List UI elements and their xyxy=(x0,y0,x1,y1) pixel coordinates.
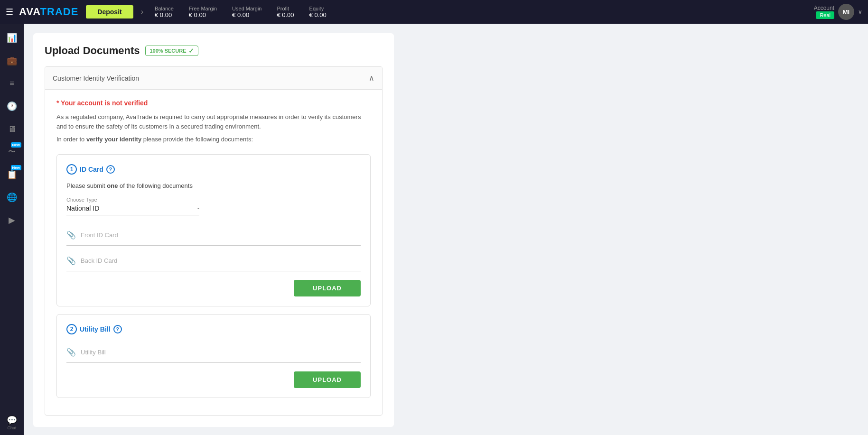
news-new-badge: New xyxy=(11,165,21,170)
screen-icon: 🖥 xyxy=(8,124,16,134)
video-icon: ▶ xyxy=(9,215,15,225)
back-id-attach-icon: 📎 xyxy=(66,256,76,265)
upload-panel-header: Upload Documents 100% SECURE ✓ xyxy=(45,45,383,57)
id-card-section: 1 ID Card ? Please submit one of the fol… xyxy=(56,154,371,306)
list-icon: ≡ xyxy=(9,79,14,88)
id-card-help-icon[interactable]: ? xyxy=(106,165,115,174)
sidebar-item-chart[interactable]: 📊 xyxy=(1,28,22,48)
stat-free-margin-label: Free Margin xyxy=(189,6,217,11)
sidebar-item-video[interactable]: ▶ xyxy=(1,210,22,231)
sidebar-item-globe[interactable]: 🌐 xyxy=(1,187,22,208)
stat-free-margin: Free Margin € 0.00 xyxy=(189,6,217,19)
secure-badge: 100% SECURE ✓ xyxy=(145,46,198,56)
menu-icon[interactable]: ☰ xyxy=(6,7,13,17)
utility-bill-section: 2 Utility Bill ? 📎 Utility Bill UPLOAD xyxy=(56,314,371,398)
signal-icon: 〜 xyxy=(8,147,16,157)
utility-bill-number: 2 xyxy=(66,324,77,334)
choose-type-arrow-icon: - xyxy=(197,205,199,212)
instruction-suffix: please provide the following documents: xyxy=(141,136,253,143)
account-label: Account xyxy=(814,5,834,11)
stat-free-margin-value: € 0.00 xyxy=(189,11,206,19)
stat-profit: Profit € 0.00 xyxy=(277,6,294,19)
globe-icon: 🌐 xyxy=(7,192,17,203)
not-verified-prefix: * Your account is xyxy=(56,99,112,107)
not-verified-status: not verified xyxy=(112,99,148,107)
sidebar-item-portfolio[interactable]: 💼 xyxy=(1,50,22,71)
header-chevron-icon[interactable]: › xyxy=(141,8,143,16)
news-icon: 📋 xyxy=(7,169,17,180)
front-id-attach-icon: 📎 xyxy=(66,231,76,240)
stat-equity: Equity € 0.00 xyxy=(309,6,327,19)
sidebar-item-screen[interactable]: 🖥 xyxy=(1,119,22,139)
back-id-placeholder: Back ID Card xyxy=(81,257,117,264)
verification-section-header[interactable]: Customer Identity Verification ∧ xyxy=(45,67,382,90)
stat-balance-label: Balance xyxy=(155,6,174,11)
choose-type-value: National ID xyxy=(66,204,197,212)
verification-body: * Your account is not verified As a regu… xyxy=(45,90,382,415)
stat-balance: Balance € 0.00 xyxy=(155,6,174,19)
avatar[interactable]: MI xyxy=(838,4,854,20)
stat-equity-value: € 0.00 xyxy=(309,11,327,19)
utility-bill-placeholder: Utility Bill xyxy=(81,349,106,356)
submit-text-suffix: of the following documents xyxy=(118,182,193,189)
main-layout: 📊 💼 ≡ 🕐 🖥 〜 New 📋 New 🌐 ▶ 💬 xyxy=(0,24,868,435)
chart-icon: 📊 xyxy=(7,33,17,43)
secure-badge-text: 100% SECURE xyxy=(149,48,186,54)
verification-section-title: Customer Identity Verification xyxy=(53,74,139,82)
portfolio-icon: 💼 xyxy=(7,56,17,66)
chat-icon: 💬 xyxy=(7,415,17,426)
stat-profit-label: Profit xyxy=(277,6,289,11)
utility-bill-upload-button[interactable]: UPLOAD xyxy=(294,371,361,388)
sidebar-item-news[interactable]: 📋 New xyxy=(1,164,22,185)
logo-ava: AVA xyxy=(19,6,40,18)
account-chevron-icon[interactable]: ∨ xyxy=(858,9,862,15)
instruction-bold: verify your identity xyxy=(86,136,141,143)
stat-balance-value: € 0.00 xyxy=(155,11,172,19)
utility-bill-help-icon[interactable]: ? xyxy=(113,325,122,333)
account-type-badge: Real xyxy=(816,11,834,19)
stat-used-margin: Used Margin € 0.00 xyxy=(232,6,261,19)
chat-label: Chat xyxy=(7,426,16,430)
utility-bill-upload[interactable]: 📎 Utility Bill xyxy=(66,342,361,363)
verification-collapse-icon: ∧ xyxy=(369,74,374,83)
header: ☰ AVATRADE Deposit › Balance € 0.00 Free… xyxy=(0,0,868,24)
stat-used-margin-label: Used Margin xyxy=(232,6,261,11)
utility-bill-title: 2 Utility Bill ? xyxy=(66,324,361,334)
sidebar-item-history[interactable]: 🕐 xyxy=(1,96,22,117)
header-stats: Balance € 0.00 Free Margin € 0.00 Used M… xyxy=(155,6,814,19)
history-icon: 🕐 xyxy=(7,101,17,111)
choose-type-label: Choose Type xyxy=(66,197,361,203)
submit-text-prefix: Please submit xyxy=(66,182,107,189)
id-card-upload-button[interactable]: UPLOAD xyxy=(294,280,361,296)
logo-trade: TRADE xyxy=(40,6,79,18)
id-card-label: ID Card xyxy=(80,166,103,173)
choose-type-container: Choose Type National ID - xyxy=(66,197,361,215)
stat-profit-value: € 0.00 xyxy=(277,11,294,19)
choose-type-select[interactable]: National ID - xyxy=(66,204,199,215)
account-section: Account Real MI ∨ xyxy=(814,4,862,20)
id-card-number: 1 xyxy=(66,164,77,175)
page-title: Upload Documents xyxy=(45,45,140,57)
sidebar: 📊 💼 ≡ 🕐 🖥 〜 New 📋 New 🌐 ▶ 💬 xyxy=(0,24,24,435)
utility-bill-label: Utility Bill xyxy=(80,325,111,333)
verification-instruction: In order to verify your identity please … xyxy=(56,136,371,143)
upload-panel: Upload Documents 100% SECURE ✓ Customer … xyxy=(33,33,394,427)
signal-new-badge: New xyxy=(11,142,21,148)
front-id-placeholder: Front ID Card xyxy=(81,231,118,239)
stat-used-margin-value: € 0.00 xyxy=(232,11,249,19)
content-area: Upload Documents 100% SECURE ✓ Customer … xyxy=(24,24,868,435)
submit-text-bold: one xyxy=(107,182,118,189)
logo: AVATRADE xyxy=(19,6,78,18)
back-id-upload[interactable]: 📎 Back ID Card xyxy=(66,250,361,271)
utility-bill-attach-icon: 📎 xyxy=(66,348,76,357)
sidebar-item-chat[interactable]: 💬 Chat xyxy=(1,412,22,433)
front-id-upload[interactable]: 📎 Front ID Card xyxy=(66,225,361,246)
sidebar-item-signal[interactable]: 〜 New xyxy=(1,141,22,162)
sidebar-item-list[interactable]: ≡ xyxy=(1,73,22,94)
logo-text: AVATRADE xyxy=(19,6,78,18)
not-verified-text: * Your account is not verified xyxy=(56,99,371,107)
verification-section: Customer Identity Verification ∧ * Your … xyxy=(45,66,383,416)
deposit-button[interactable]: Deposit xyxy=(86,5,133,19)
id-card-submit-text: Please submit one of the following docum… xyxy=(66,182,361,189)
verification-description: As a regulated company, AvaTrade is requ… xyxy=(56,112,371,131)
